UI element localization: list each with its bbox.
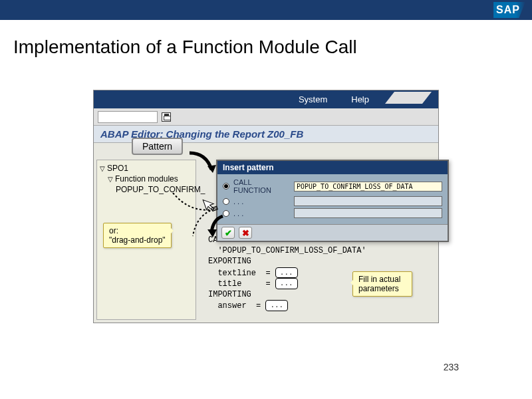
dialog-row-call-function[interactable]: CALL FUNCTION POPUP_TO_CONFIRM_LOSS_OF_D…: [223, 178, 442, 194]
menu-bar: System Help: [94, 90, 438, 108]
code-text: answer =: [208, 301, 265, 311]
sap-logo-text: SAP: [493, 2, 525, 18]
tree-root-label: SPO1: [107, 164, 128, 173]
tree-group-label: Function modules: [115, 174, 178, 184]
function-name-input[interactable]: POPUP_TO_CONFIRM_LOSS_OF_DATA: [294, 182, 442, 192]
slide-top-bar: SAP: [0, 0, 532, 20]
option-input[interactable]: [294, 196, 442, 206]
code-line: textline = ...: [208, 267, 366, 279]
arrow-icon: [186, 150, 219, 176]
tree-root[interactable]: ▽ SPO1: [100, 163, 193, 174]
callout-line: "drag-and-drop": [109, 235, 166, 245]
command-field[interactable]: [98, 111, 158, 123]
dialog-row-option[interactable]: . . .: [223, 196, 442, 206]
dialog-row-option[interactable]: . . .: [223, 208, 442, 218]
code-line: answer = ...: [208, 300, 366, 311]
callout-line: or:: [109, 226, 166, 235]
arrow-icon: [206, 213, 226, 239]
param-placeholder[interactable]: ...: [265, 300, 288, 311]
code-line: 'POPUP_TO_CONFIRM_LOSS_OF_DATA': [208, 245, 366, 256]
param-placeholder[interactable]: ...: [275, 278, 298, 289]
radio-selected[interactable]: [223, 183, 229, 190]
menu-system[interactable]: System: [291, 93, 335, 106]
generated-code: CALL FUNCTION 'POPUP_TO_CONFIRM_LOSS_OF_…: [208, 235, 366, 311]
callout-fill-params: Fill in actual parameters: [352, 271, 412, 297]
dialog-title: Insert pattern: [217, 161, 448, 174]
cancel-button[interactable]: ✖: [239, 227, 252, 239]
menu-corner-decoration: [385, 92, 432, 104]
page-title: Implementation of a Function Module Call: [13, 37, 519, 58]
option-input[interactable]: [294, 208, 442, 218]
toolbar: [94, 108, 438, 126]
callout-drag-drop: or: "drag-and-drop": [103, 223, 172, 248]
tree-group[interactable]: ▽ Function modules: [100, 174, 193, 184]
dialog-footer: ✔ ✖: [217, 224, 448, 241]
pattern-button[interactable]: Pattern: [132, 138, 183, 155]
sap-logo: SAP: [493, 0, 525, 20]
svg-line-3: [215, 207, 217, 210]
call-function-label: CALL FUNCTION: [233, 178, 290, 194]
code-line: IMPORTING: [208, 289, 366, 300]
radio-unselected[interactable]: [223, 198, 229, 205]
expand-icon: ▽: [100, 165, 105, 172]
save-icon[interactable]: [162, 112, 171, 122]
code-line: EXPORTING: [208, 256, 366, 267]
menu-help[interactable]: Help: [343, 93, 377, 106]
option-label: . . .: [233, 209, 290, 217]
page-number: 233: [444, 362, 459, 372]
insert-pattern-dialog: Insert pattern CALL FUNCTION POPUP_TO_CO…: [216, 160, 449, 242]
option-label: . . .: [233, 198, 290, 205]
code-line: title = ...: [208, 278, 366, 289]
code-text: textline =: [208, 268, 275, 277]
expand-icon: ▽: [108, 176, 113, 183]
param-placeholder[interactable]: ...: [275, 267, 298, 279]
code-text: title =: [208, 279, 275, 289]
dialog-body: CALL FUNCTION POPUP_TO_CONFIRM_LOSS_OF_D…: [217, 174, 448, 224]
